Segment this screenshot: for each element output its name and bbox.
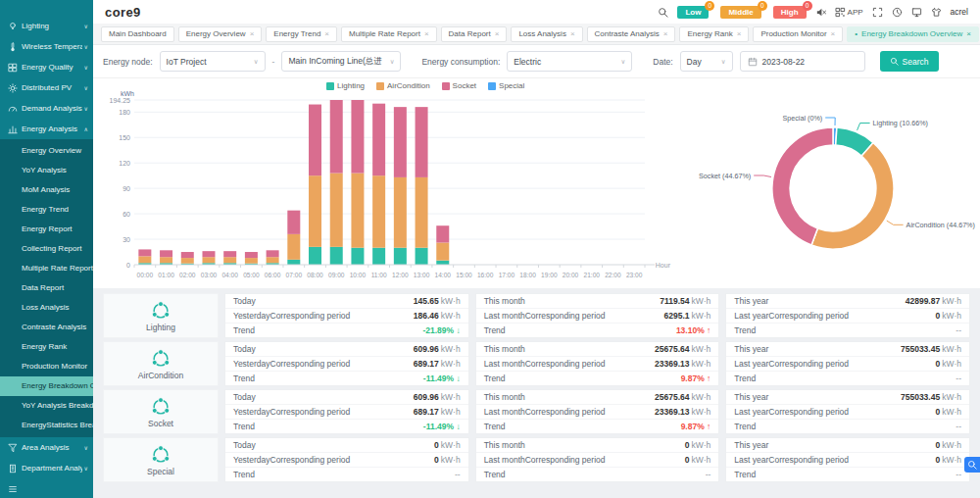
sidebar-subitem-energy-overview[interactable]: Energy Overview xyxy=(0,141,93,161)
close-icon[interactable]: × xyxy=(570,29,575,38)
close-icon[interactable]: × xyxy=(324,29,329,38)
year-card: This year42899.87kW·hLast yearCorrespond… xyxy=(725,293,970,338)
close-icon[interactable]: × xyxy=(831,29,836,38)
svg-text:01:00: 01:00 xyxy=(158,272,174,278)
sidebar-subitem-collecting-report[interactable]: Collecting Report xyxy=(0,239,93,259)
sidebar-item-[interactable] xyxy=(0,478,93,498)
sidebar-subitem-energy-report[interactable]: Energy Report xyxy=(0,220,93,239)
energy-breakdown-donut-chart: Special (0%)Lighting (10.66%)AirConditio… xyxy=(681,82,977,283)
tab-contraste-analysis[interactable]: Contraste Analysis× xyxy=(587,26,676,42)
stat-trend-value: -- xyxy=(706,470,711,479)
period-select[interactable]: Day∨ xyxy=(680,51,733,72)
tab-multiple-rate-report[interactable]: Multiple Rate Report× xyxy=(341,26,437,42)
stat-line: Today0kW·h xyxy=(225,438,468,453)
consumption-select[interactable]: Electric∨ xyxy=(507,51,632,72)
stat-label: YesterdayCorresponding period xyxy=(233,455,350,465)
stat-line: This year755033.45kW·h xyxy=(726,390,969,405)
category-logo-icon xyxy=(150,300,172,322)
date-input[interactable]: 2023-08-22 xyxy=(740,51,865,72)
sidebar-subitem-multiple-rate-report[interactable]: Multiple Rate Report xyxy=(0,259,93,278)
sidebar-item-distributed-pv[interactable]: Distributed PV∨ xyxy=(0,77,93,98)
tab-energy-trend[interactable]: Energy Trend× xyxy=(266,26,337,42)
svg-text:15:00: 15:00 xyxy=(456,272,472,278)
stat-label: Last yearCorresponding period xyxy=(734,311,849,321)
energy-node-select[interactable]: IoT Project∨ xyxy=(160,51,266,72)
close-icon[interactable]: × xyxy=(495,29,500,38)
svg-text:AirCondition (44.67%): AirCondition (44.67%) xyxy=(906,221,975,229)
sidebar-subitem-energystatistics-breakdown[interactable]: EnergyStatistics Breakdown xyxy=(0,416,93,435)
sidebar-subitem-yoy-analysis[interactable]: YoY Analysis xyxy=(0,161,93,180)
alarm-badge-low[interactable]: Low0 xyxy=(677,6,709,19)
svg-text:60: 60 xyxy=(122,211,130,218)
node-separator: - xyxy=(272,57,275,67)
sidebar-item-energy-quality[interactable]: Energy Quality∨ xyxy=(0,57,93,77)
sidebar-item-lighting[interactable]: Lighting∨ xyxy=(0,16,93,36)
stat-value: 609.96kW·h xyxy=(414,392,461,402)
incoming-line-select[interactable]: Main InComing Line(总进∨ xyxy=(281,51,401,72)
stat-value: 6295.1kW·h xyxy=(664,311,711,321)
tab-energy-rank[interactable]: Energy Rank× xyxy=(679,26,749,42)
sidebar-item-energy-analysis[interactable]: Energy Analysis∧ xyxy=(0,119,93,139)
bulb-icon xyxy=(8,22,18,31)
fullscreen-icon[interactable] xyxy=(872,7,883,18)
close-icon[interactable]: × xyxy=(966,29,971,38)
stat-line: This month25675.64kW·h xyxy=(476,390,719,405)
stat-label: Today xyxy=(233,296,256,306)
sidebar-item-demand-analysis[interactable]: Demand Analysis∨ xyxy=(0,98,93,119)
tab-main-dashboard[interactable]: Main Dashboard xyxy=(101,26,174,42)
stat-label: Last yearCorresponding period xyxy=(734,407,849,417)
stat-label: Last monthCorresponding period xyxy=(484,311,606,321)
sidebar-item-wireless-temperature[interactable]: Wireless Temperature∨ xyxy=(0,36,93,57)
tab-label: Production Monitor xyxy=(760,29,826,38)
stat-unit: kW·h xyxy=(692,344,711,354)
sidebar-subitem-energy-breakdown-overview[interactable]: Energy Breakdown Overview xyxy=(0,376,93,396)
tab-loss-analysis[interactable]: Loss Analysis× xyxy=(511,26,582,42)
svg-text:17:00: 17:00 xyxy=(499,272,515,278)
tab-energy-overview[interactable]: Energy Overview× xyxy=(178,26,263,42)
main-area: core9 Low0Middle0High0 APP acrel Main Da… xyxy=(93,0,980,498)
close-icon[interactable]: × xyxy=(250,29,255,38)
sidebar-subitem-contraste-analysis[interactable]: Contraste Analysis xyxy=(0,318,93,337)
stat-label: Last monthCorresponding period xyxy=(484,407,606,417)
tab-production-monitor[interactable]: Production Monitor× xyxy=(753,26,843,42)
sidebar-subitem-energy-trend[interactable]: Energy Trend xyxy=(0,200,93,220)
stat-line: Last monthCorresponding period23369.13kW… xyxy=(476,405,719,420)
close-icon[interactable]: × xyxy=(663,29,668,38)
alarm-count: 0 xyxy=(705,1,714,11)
tab-label: Data Report xyxy=(449,29,491,38)
sidebar-subitem-mom-analysis[interactable]: MoM Analysis xyxy=(0,180,93,200)
clock-icon[interactable] xyxy=(892,7,903,18)
search-button[interactable]: Search xyxy=(880,51,939,72)
close-icon[interactable]: × xyxy=(737,29,742,38)
close-icon[interactable]: × xyxy=(424,29,429,38)
stat-label: This year xyxy=(734,296,768,306)
floating-search-button[interactable] xyxy=(964,457,980,473)
theme-skin-icon[interactable] xyxy=(931,7,942,18)
tab-energy-breakdown-overview[interactable]: •Energy Breakdown Overview× xyxy=(847,26,979,42)
monitor-lock-icon[interactable] xyxy=(911,7,922,18)
category-name: Socket xyxy=(148,419,173,428)
sidebar-subitem-energy-rank[interactable]: Energy Rank xyxy=(0,337,93,357)
stat-trend-line: Trend9.87% ↑ xyxy=(476,372,719,385)
stat-unit: kW·h xyxy=(692,359,711,369)
app-download[interactable]: APP xyxy=(835,7,863,18)
filter-bar: Energy node: IoT Project∨ - Main InComin… xyxy=(93,45,980,78)
alarm-badge-high[interactable]: High0 xyxy=(773,6,807,19)
sidebar-subitem-data-report[interactable]: Data Report xyxy=(0,278,93,298)
alarm-badge-middle[interactable]: Middle0 xyxy=(720,6,760,19)
sidebar-item-label: Energy Quality xyxy=(22,63,82,72)
svg-text:180: 180 xyxy=(119,109,130,116)
sidebar-subitem-production-monitor[interactable]: Production Monitor xyxy=(0,357,93,376)
username[interactable]: acrel xyxy=(951,7,968,17)
sidebar-subitem-loss-analysis[interactable]: Loss Analysis xyxy=(0,298,93,318)
sidebar-item-area-analysis[interactable]: Area Analysis∨ xyxy=(0,437,93,458)
search-icon[interactable] xyxy=(658,7,668,18)
sidebar-subitem-yoy-analysis-breakdown[interactable]: YoY Analysis Breakdown xyxy=(0,396,93,416)
svg-text:Special (0%): Special (0%) xyxy=(782,114,822,123)
stat-value: 7119.54kW·h xyxy=(660,296,710,306)
sidebar-item-department-analysis[interactable]: Department Analysis∨ xyxy=(0,458,93,478)
stat-label: Last yearCorresponding period xyxy=(734,455,849,465)
tab-data-report[interactable]: Data Report× xyxy=(441,26,508,42)
svg-text:90: 90 xyxy=(122,185,130,192)
mute-icon[interactable] xyxy=(815,7,826,18)
